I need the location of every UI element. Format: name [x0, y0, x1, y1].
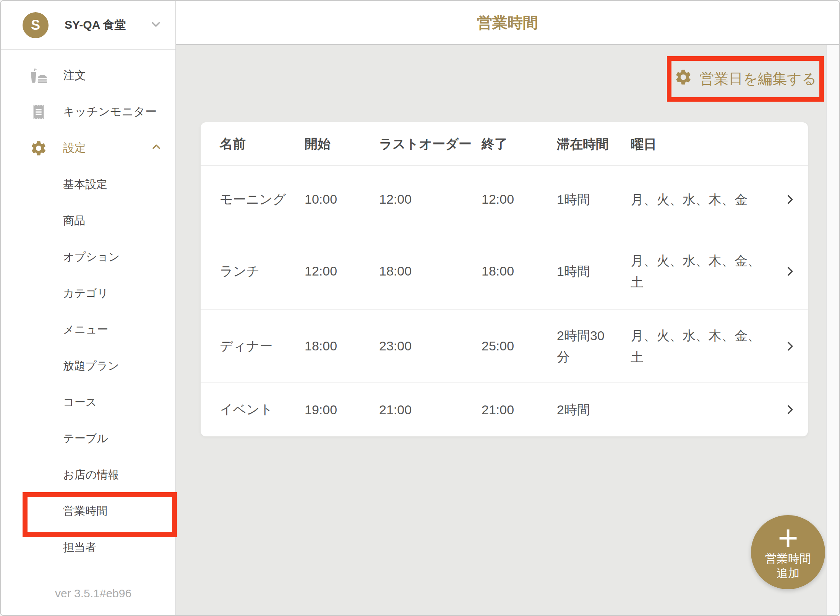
subitem-label: 基本設定: [63, 177, 107, 192]
page-header: 営業時間: [176, 1, 839, 45]
cell-duration: 1時間: [557, 189, 614, 210]
subitem-label: 営業時間: [63, 504, 107, 519]
sidebar-subitem-staff[interactable]: 担当者: [1, 529, 175, 566]
cell-name: イベント: [220, 401, 305, 418]
chevron-right-icon: [783, 193, 796, 206]
scrollbar-track[interactable]: [826, 45, 839, 615]
subitem-label: コース: [63, 395, 97, 410]
cell-duration: 1時間: [557, 261, 614, 282]
sidebar-item-orders[interactable]: 注文: [1, 57, 175, 94]
sidebar-item-settings[interactable]: 設定: [1, 130, 175, 166]
fab-label-line1: 営業時間: [765, 551, 811, 566]
sidebar-menu: 注文 キッチンモニター: [1, 50, 175, 566]
subitem-label: カテゴリ: [63, 286, 109, 301]
cell-start: 18:00: [305, 339, 379, 353]
content-area: 営業日を編集する 名前 開始 ラストオーダー 終了 滞在時間 曜日 モーニング …: [176, 45, 839, 615]
sidebar-subitem-menu[interactable]: メニュー: [1, 311, 175, 348]
sidebar-subitem-store-info[interactable]: お店の情報: [1, 457, 175, 493]
sidebar-subitem-categories[interactable]: カテゴリ: [1, 275, 175, 311]
cell-days: 月、火、水、木、金: [631, 189, 764, 210]
cell-end: 21:00: [482, 402, 557, 417]
chevron-down-icon: [149, 18, 162, 32]
cell-last-order: 18:00: [379, 264, 482, 279]
chevron-right-icon: [783, 403, 796, 416]
receipt-icon: [30, 103, 47, 121]
add-business-hours-button[interactable]: + 営業時間 追加: [751, 515, 825, 589]
sidebar-subitem-products[interactable]: 商品: [1, 203, 175, 239]
cell-duration: 2時間30分: [557, 325, 614, 368]
cell-duration: 2時間: [557, 399, 614, 420]
subitem-label: テーブル: [63, 431, 108, 446]
sidebar-subitem-tables[interactable]: テーブル: [1, 420, 175, 457]
subitem-label: オプション: [63, 250, 120, 265]
sidebar-item-kitchen-monitor[interactable]: キッチンモニター: [1, 94, 175, 130]
table-row-dinner[interactable]: ディナー 18:00 23:00 25:00 2時間30分 月、火、水、木、金、…: [201, 310, 808, 383]
main-area: 営業時間 営業日を編集する 名前 開始 ラス: [176, 1, 839, 615]
edit-business-days-button[interactable]: 営業日を編集する: [674, 68, 817, 90]
cell-name: ランチ: [220, 263, 305, 280]
column-header-name: 名前: [220, 135, 305, 153]
sidebar: S SY-QA 食堂: [1, 1, 176, 615]
settings-submenu: 基本設定 商品 オプション カテゴリ メニュー 放題プラン コース テーブル お…: [1, 166, 175, 566]
store-selector[interactable]: S SY-QA 食堂: [1, 1, 175, 50]
store-name: SY-QA 食堂: [65, 17, 126, 33]
store-avatar: S: [23, 12, 49, 38]
column-header-start: 開始: [305, 135, 379, 153]
chevron-up-icon: [150, 141, 162, 156]
cell-last-order: 12:00: [379, 192, 482, 207]
annotation-highlight-edit-button: 営業日を編集する: [667, 56, 824, 102]
column-header-duration: 滞在時間: [557, 133, 614, 155]
cell-end: 18:00: [482, 264, 557, 279]
gear-icon: [674, 68, 692, 90]
subitem-label: お店の情報: [63, 467, 119, 483]
app-window: S SY-QA 食堂: [0, 0, 840, 616]
fastfood-icon: [30, 67, 47, 84]
sidebar-subitem-business-hours[interactable]: 営業時間: [1, 493, 175, 529]
column-header-last-order: ラストオーダー: [379, 135, 482, 153]
table-header-row: 名前 開始 ラストオーダー 終了 滞在時間 曜日: [201, 122, 808, 166]
table-row-lunch[interactable]: ランチ 12:00 18:00 18:00 1時間 月、火、水、木、金、土: [201, 233, 808, 310]
table-row-morning[interactable]: モーニング 10:00 12:00 12:00 1時間 月、火、水、木、金: [201, 166, 808, 233]
cell-last-order: 21:00: [379, 402, 482, 417]
cell-start: 19:00: [305, 402, 379, 417]
cell-days: 月、火、水、木、金、土: [631, 250, 764, 293]
sidebar-item-label: 設定: [63, 140, 86, 156]
cell-name: ディナー: [220, 337, 305, 355]
sidebar-subitem-courses[interactable]: コース: [1, 384, 175, 420]
app-version: ver 3.5.1#eb96: [55, 587, 131, 600]
cell-end: 25:00: [482, 339, 557, 353]
subitem-label: 放題プラン: [63, 358, 119, 374]
gear-icon: [30, 139, 47, 157]
cell-end: 12:00: [482, 192, 557, 207]
sidebar-subitem-options[interactable]: オプション: [1, 239, 175, 275]
chevron-right-icon: [783, 340, 796, 353]
chevron-right-icon: [783, 265, 796, 278]
subitem-label: 商品: [63, 213, 85, 229]
sidebar-item-label: 注文: [63, 68, 86, 83]
column-header-days: 曜日: [631, 133, 764, 155]
cell-name: モーニング: [220, 191, 305, 208]
sidebar-item-label: キッチンモニター: [63, 104, 157, 120]
store-avatar-initial: S: [31, 17, 40, 33]
cell-start: 12:00: [305, 264, 379, 279]
subitem-label: 担当者: [63, 540, 96, 555]
edit-button-label: 営業日を編集する: [699, 69, 817, 89]
business-hours-table: 名前 開始 ラストオーダー 終了 滞在時間 曜日 モーニング 10:00 12:…: [201, 122, 808, 436]
column-header-end: 終了: [482, 135, 557, 153]
plus-icon: +: [778, 524, 798, 551]
sidebar-subitem-buffet-plan[interactable]: 放題プラン: [1, 348, 175, 384]
cell-last-order: 23:00: [379, 339, 482, 353]
page-title: 営業時間: [477, 12, 538, 33]
sidebar-subitem-basic-settings[interactable]: 基本設定: [1, 166, 175, 203]
cell-start: 10:00: [305, 192, 379, 207]
fab-label-line2: 追加: [777, 566, 799, 580]
subitem-label: メニュー: [63, 322, 108, 337]
table-row-event[interactable]: イベント 19:00 21:00 21:00 2時間: [201, 383, 808, 436]
cell-days: 月、火、水、木、金、土: [631, 325, 764, 368]
